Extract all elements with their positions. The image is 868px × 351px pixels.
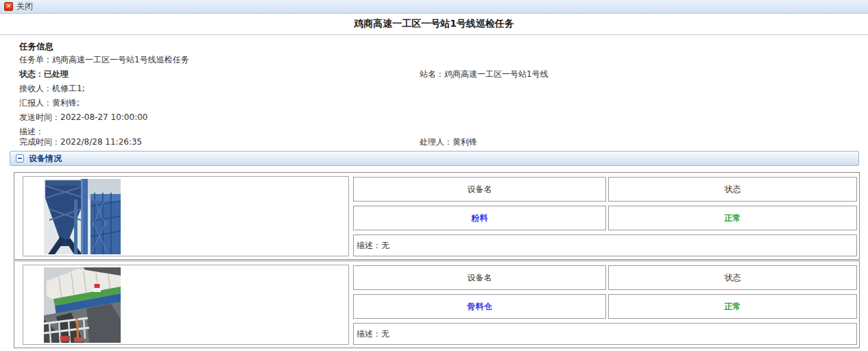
field-task-sheet-label: 任务单： bbox=[19, 55, 52, 64]
field-send-time: 发送时间：2022-08-27 10:00:00 bbox=[19, 112, 147, 122]
device-photo-cell bbox=[23, 265, 349, 345]
device-status-value: 正常 bbox=[608, 206, 857, 230]
equipment-panel-header[interactable]: 设备情况 bbox=[10, 151, 859, 166]
device-description-value: 无 bbox=[381, 241, 389, 250]
device-description-label: 描述： bbox=[357, 329, 381, 339]
field-handler-label: 处理人： bbox=[420, 137, 453, 147]
field-receiver: 接收人：机修工1; bbox=[19, 84, 85, 93]
field-station: 站名：鸡商高速一工区一号站1号线 bbox=[420, 69, 548, 79]
field-finish-time: 完成时间：2022/8/28 11:26:35 bbox=[19, 137, 142, 147]
equipment-row: 设备名 状态 粉料 正常 描述：无 bbox=[14, 172, 860, 260]
field-description-label: 描述： bbox=[19, 127, 44, 136]
field-description: 描述： bbox=[19, 127, 44, 136]
field-send-time-label: 发送时间： bbox=[19, 112, 60, 122]
field-reporter-value: 黄利锋; bbox=[52, 98, 80, 108]
field-task-sheet: 任务单：鸡商高速一工区一号站1号线巡检任务 bbox=[19, 55, 189, 64]
close-icon[interactable]: ✕ bbox=[4, 2, 13, 11]
page-title: 鸡商高速一工区一号站1号线巡检任务 bbox=[0, 18, 868, 30]
field-send-time-value: 2022-08-27 10:00:00 bbox=[60, 112, 147, 122]
close-button[interactable]: ✕ 关闭 bbox=[4, 1, 33, 12]
title-separator bbox=[0, 34, 868, 35]
field-status: 状态：已处理 bbox=[19, 69, 69, 79]
device-photo-aggregate-bin bbox=[44, 267, 121, 343]
column-header-device-name: 设备名 bbox=[353, 265, 606, 290]
field-finish-time-label: 完成时间： bbox=[19, 137, 60, 147]
equipment-row: 设备名 状态 骨料仓 正常 描述：无 bbox=[14, 261, 860, 348]
device-name-value[interactable]: 骨料仓 bbox=[353, 294, 606, 319]
device-description: 描述：无 bbox=[353, 323, 857, 345]
device-status-value: 正常 bbox=[608, 294, 857, 319]
device-description: 描述：无 bbox=[353, 234, 857, 256]
device-photo-powder-silo bbox=[44, 179, 121, 254]
field-status-label: 状态： bbox=[19, 69, 44, 79]
field-handler: 处理人：黄利锋 bbox=[420, 137, 477, 147]
field-reporter: 汇报人：黄利锋; bbox=[19, 98, 80, 108]
device-description-value: 无 bbox=[381, 329, 389, 339]
column-header-status: 状态 bbox=[608, 177, 857, 202]
field-handler-value: 黄利锋 bbox=[453, 137, 477, 147]
device-description-label: 描述： bbox=[357, 241, 381, 250]
collapse-icon[interactable] bbox=[16, 154, 24, 162]
field-finish-time-value: 2022/8/28 11:26:35 bbox=[60, 137, 142, 147]
close-button-label[interactable]: 关闭 bbox=[16, 1, 33, 12]
field-reporter-label: 汇报人： bbox=[19, 98, 52, 108]
device-photo-cell bbox=[23, 176, 349, 256]
device-name-value[interactable]: 粉料 bbox=[353, 206, 606, 230]
field-status-value: 已处理 bbox=[44, 69, 69, 79]
column-header-device-name: 设备名 bbox=[353, 177, 606, 202]
task-info-heading: 任务信息 bbox=[19, 41, 53, 53]
equipment-panel-title: 设备情况 bbox=[29, 153, 62, 165]
field-station-value: 鸡商高速一工区一号站1号线 bbox=[444, 69, 548, 79]
field-receiver-value: 机修工1; bbox=[52, 84, 85, 93]
column-header-status: 状态 bbox=[608, 265, 857, 290]
field-station-label: 站名： bbox=[420, 69, 444, 79]
field-receiver-label: 接收人： bbox=[19, 84, 52, 93]
field-task-sheet-value: 鸡商高速一工区一号站1号线巡检任务 bbox=[52, 55, 189, 64]
top-bar: ✕ 关闭 bbox=[0, 0, 868, 14]
